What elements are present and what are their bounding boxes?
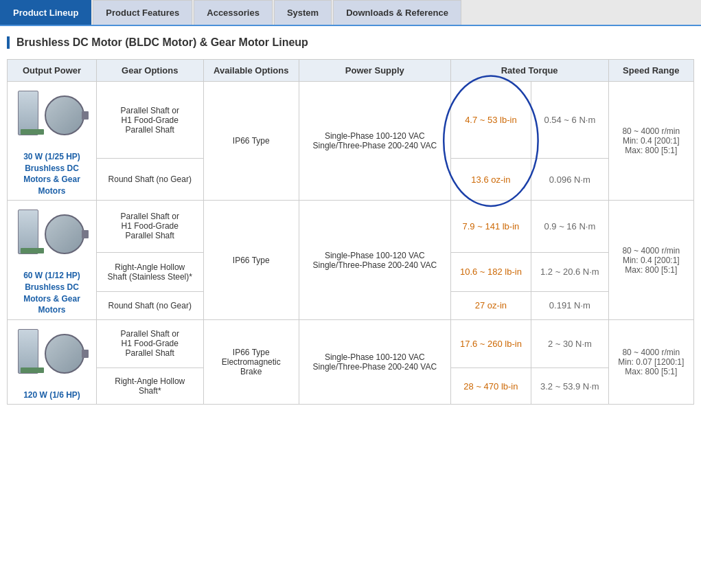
tab-downloads-reference[interactable]: Downloads & Reference bbox=[333, 0, 461, 25]
torque-nm-cell: 1.2 ~ 20.6 N·m bbox=[531, 252, 608, 291]
tab-product-features[interactable]: Product Features bbox=[93, 0, 192, 25]
gear-options-cell: Round Shaft (no Gear) bbox=[97, 159, 204, 201]
product-link-60W[interactable]: 60 W (1/12 HP) Brushless DC Motors & Gea… bbox=[23, 271, 80, 315]
product-link-120W[interactable]: 120 W (1/6 HP) bbox=[23, 390, 80, 400]
torque-lbin-cell: 17.6 ~ 260 lb-in bbox=[450, 319, 531, 368]
section-title: Brushless DC Motor (BLDC Motor) & Gear M… bbox=[7, 36, 694, 49]
torque-nm-cell: 0.9 ~ 16 N·m bbox=[531, 201, 608, 252]
table-row: 60 W (1/12 HP) Brushless DC Motors & Gea… bbox=[8, 201, 694, 252]
power-supply-cell: Single-Phase 100-120 VAC Single/Three-Ph… bbox=[299, 201, 451, 319]
torque-nm-cell: 3.2 ~ 53.9 N·m bbox=[531, 368, 608, 404]
col-header-output-power: Output Power bbox=[8, 60, 97, 82]
speed-range-cell: 80 ~ 4000 r/min Min: 0.4 [200:1] Max: 80… bbox=[608, 201, 693, 319]
tab-product-lineup[interactable]: Product Lineup bbox=[0, 0, 91, 25]
product-lineup-table: Output Power Gear Options Available Opti… bbox=[7, 59, 694, 405]
tab-system[interactable]: System bbox=[274, 0, 332, 25]
torque-lbin-cell: 13.6 oz-in bbox=[450, 159, 531, 201]
torque-lbin-cell: 10.6 ~ 182 lb-in bbox=[450, 252, 531, 291]
torque-lbin-cell: 7.9 ~ 141 lb-in bbox=[450, 201, 531, 252]
col-header-power-supply: Power Supply bbox=[299, 60, 451, 82]
table-row: 120 W (1/6 HP)Parallel Shaft or H1 Food-… bbox=[8, 319, 694, 368]
power-supply-cell: Single-Phase 100-120 VAC Single/Three-Ph… bbox=[299, 319, 451, 405]
tab-accessories[interactable]: Accessories bbox=[194, 0, 273, 25]
gear-options-cell: Right-Angle Hollow Shaft* bbox=[97, 368, 204, 404]
available-options-cell: IP66 Type bbox=[203, 201, 299, 319]
col-header-gear-options: Gear Options bbox=[97, 60, 204, 82]
torque-nm-cell: 0.54 ~ 6 N·m bbox=[531, 82, 608, 159]
speed-range-cell: 80 ~ 4000 r/min Min: 0.4 [200:1] Max: 80… bbox=[608, 82, 693, 201]
gear-options-cell: Parallel Shaft or H1 Food-Grade Parallel… bbox=[97, 201, 204, 252]
available-options-cell: IP66 Type bbox=[203, 82, 299, 201]
torque-nm-cell: 0.191 N·m bbox=[531, 291, 608, 319]
power-supply-cell: Single-Phase 100-120 VAC Single/Three-Ph… bbox=[299, 82, 451, 201]
torque-nm-cell: 2 ~ 30 N·m bbox=[531, 319, 608, 368]
col-header-rated-torque: Rated Torque bbox=[450, 60, 608, 82]
table-row: 30 W (1/25 HP) Brushless DC Motors & Gea… bbox=[8, 82, 694, 159]
product-link-30W[interactable]: 30 W (1/25 HP) Brushless DC Motors & Gea… bbox=[23, 152, 80, 196]
product-cell-120W: 120 W (1/6 HP) bbox=[8, 319, 97, 405]
product-cell-30W: 30 W (1/25 HP) Brushless DC Motors & Gea… bbox=[8, 82, 97, 201]
torque-lbin-cell: 4.7 ~ 53 lb-in bbox=[450, 82, 531, 159]
gear-options-cell: Round Shaft (no Gear) bbox=[97, 291, 204, 319]
speed-range-cell: 80 ~ 4000 r/min Min: 0.07 [1200:1] Max: … bbox=[608, 319, 693, 405]
torque-lbin-cell: 27 oz-in bbox=[450, 291, 531, 319]
col-header-available-options: Available Options bbox=[203, 60, 299, 82]
col-header-speed-range: Speed Range bbox=[608, 60, 693, 82]
torque-lbin-cell: 28 ~ 470 lb-in bbox=[450, 368, 531, 404]
product-cell-60W: 60 W (1/12 HP) Brushless DC Motors & Gea… bbox=[8, 201, 97, 319]
page-content: Brushless DC Motor (BLDC Motor) & Gear M… bbox=[0, 26, 701, 411]
gear-options-cell: Parallel Shaft or H1 Food-Grade Parallel… bbox=[97, 319, 204, 368]
torque-nm-cell: 0.096 N·m bbox=[531, 159, 608, 201]
available-options-cell: IP66 Type Electromagnetic Brake bbox=[203, 319, 299, 405]
gear-options-cell: Parallel Shaft or H1 Food-Grade Parallel… bbox=[97, 82, 204, 159]
tab-bar: Product Lineup Product Features Accessor… bbox=[0, 0, 701, 26]
gear-options-cell: Right-Angle Hollow Shaft (Stainless Stee… bbox=[97, 252, 204, 291]
